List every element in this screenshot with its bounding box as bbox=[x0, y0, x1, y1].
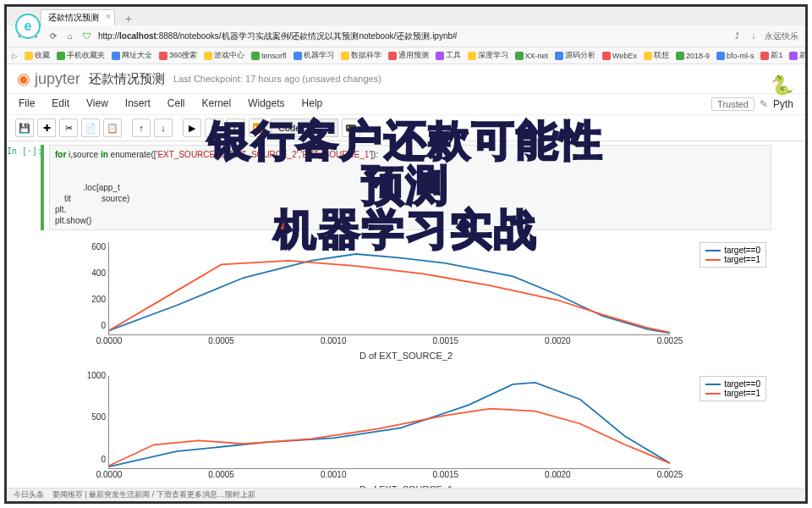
y-tick: 400 bbox=[91, 268, 109, 277]
jupyter-menubar: FileEditViewInsertCellKernelWidgetsHelp … bbox=[7, 94, 805, 115]
bookmark-item[interactable]: 手机收藏夹 bbox=[57, 50, 105, 61]
x-tick: 0.0020 bbox=[545, 334, 571, 345]
notebook-title[interactable]: 还款情况预测 bbox=[89, 71, 165, 87]
chart-legend: target==0target==1 bbox=[700, 242, 766, 268]
move-up-button[interactable]: ↑ bbox=[132, 119, 151, 137]
trusted-badge[interactable]: Trusted bbox=[711, 97, 754, 111]
y-tick: 0 bbox=[101, 455, 109, 464]
move-down-button[interactable]: ↓ bbox=[154, 119, 173, 137]
notebook-area: In [·]: for i,source in enumerate(['EXT_… bbox=[7, 141, 805, 496]
pencil-icon[interactable]: ✎ bbox=[760, 98, 768, 110]
restart-button[interactable]: ↻ bbox=[227, 119, 245, 137]
bookmark-item[interactable]: 机器学习 bbox=[294, 50, 334, 61]
bookmark-item[interactable]: 数据科学 bbox=[341, 50, 381, 61]
menu-file[interactable]: File bbox=[19, 97, 35, 111]
y-tick: 1000 bbox=[87, 370, 109, 379]
add-cell-button[interactable]: ✚ bbox=[37, 119, 56, 137]
bookmark-item[interactable]: bfo-ml-s bbox=[716, 52, 754, 60]
stop-button[interactable]: ■ bbox=[205, 119, 223, 137]
kernel-name[interactable]: Pyth bbox=[773, 98, 793, 110]
menu-help[interactable]: Help bbox=[302, 97, 323, 111]
run-button[interactable]: ▶ bbox=[183, 119, 201, 137]
x-tick: 0.0000 bbox=[96, 334, 123, 345]
new-tab-button[interactable]: + bbox=[120, 12, 137, 25]
x-tick: 0.0015 bbox=[433, 468, 459, 479]
jupyter-header: ◉ jupyter 还款情况预测 Last Checkpoint: 17 hou… bbox=[7, 64, 805, 94]
code-editor[interactable]: for i,source in enumerate(['EXT_SOURCE_3… bbox=[49, 145, 771, 230]
bookmark-item[interactable]: 工具 bbox=[436, 50, 461, 61]
menu-view[interactable]: View bbox=[86, 97, 108, 111]
browser-logo: e bbox=[15, 14, 41, 39]
output-area: 02004006000.00000.00050.00100.00150.0020… bbox=[41, 235, 771, 496]
x-label: D of EXT_SOURCE_2 bbox=[359, 351, 453, 361]
x-tick: 0.0020 bbox=[545, 468, 571, 479]
code-cell[interactable]: In [·]: for i,source in enumerate(['EXT_… bbox=[41, 145, 771, 230]
jupyter-logo: ◉ jupyter bbox=[17, 69, 80, 88]
x-tick: 0.0005 bbox=[208, 468, 234, 479]
cut-button[interactable]: ✂ bbox=[59, 119, 78, 137]
jupyter-toolbar: 💾 ✚ ✂ 📄 📋 ↑ ↓ ▶ ■ ↻ ⏩ Code 📟 bbox=[7, 115, 805, 141]
bookmark-item[interactable]: 新1 bbox=[760, 50, 782, 61]
browser-tab[interactable]: 还款情况预测 × bbox=[41, 9, 115, 25]
restart-run-button[interactable]: ⏩ bbox=[249, 119, 267, 137]
status-bar: 今日头条 要闻推荐 | 最新突发生活新闻 / 下滑查看更多消息…限时上新 bbox=[7, 488, 805, 501]
menu-kernel[interactable]: Kernel bbox=[202, 97, 232, 111]
reload-icon[interactable]: ⟳ bbox=[47, 30, 59, 42]
menu-widgets[interactable]: Widgets bbox=[248, 97, 284, 111]
bookmark-item[interactable]: 新3 bbox=[789, 50, 805, 61]
bookmark-item[interactable]: 收藏 bbox=[25, 50, 50, 61]
bookmark-item[interactable]: 源码分析 bbox=[555, 50, 595, 61]
shield-icon[interactable]: 🛡 bbox=[81, 30, 93, 42]
close-icon[interactable]: × bbox=[106, 12, 111, 21]
tab-strip: 还款情况预测 × + bbox=[7, 7, 805, 25]
x-tick: 0.0025 bbox=[657, 468, 683, 479]
menu-insert[interactable]: Insert bbox=[125, 97, 151, 111]
bookmark-item[interactable]: 2018-9 bbox=[676, 52, 710, 60]
save-button[interactable]: 💾 bbox=[15, 119, 34, 137]
address-bar: ‹ › ⟳ ⌂ 🛡 http://localhost:8888/notebook… bbox=[7, 25, 805, 47]
command-palette-button[interactable]: 📟 bbox=[342, 119, 360, 137]
x-tick: 0.0000 bbox=[96, 468, 123, 479]
y-tick: 0 bbox=[101, 321, 109, 330]
python-icon: 🐍 bbox=[771, 75, 793, 97]
copy-button[interactable]: 📄 bbox=[81, 119, 100, 137]
home-icon[interactable]: ⌂ bbox=[64, 30, 76, 42]
browser-right-text: 永远快乐 bbox=[765, 30, 798, 42]
bookmark-item[interactable]: tensorfl bbox=[251, 52, 287, 60]
bookmarks-bar: ▷收藏手机收藏夹网址大全360搜索游戏中心tensorfl机器学习数据科学通用预… bbox=[7, 47, 805, 64]
chart-legend: target==0target==1 bbox=[700, 376, 766, 401]
cell-prompt: In [·]: bbox=[7, 146, 42, 156]
bookmark-item[interactable]: XX-net bbox=[515, 52, 549, 60]
menu-edit[interactable]: Edit bbox=[52, 97, 69, 111]
chart-0: 02004006000.00000.00050.00100.00150.0020… bbox=[41, 235, 771, 362]
checkpoint-text: Last Checkpoint: 17 hours ago (unsaved c… bbox=[173, 74, 381, 84]
download-icon[interactable]: ↓ bbox=[748, 30, 760, 42]
paste-button[interactable]: 📋 bbox=[103, 119, 122, 137]
x-tick: 0.0025 bbox=[657, 334, 683, 345]
y-tick: 500 bbox=[91, 412, 109, 422]
bookmark-item[interactable]: 联想 bbox=[644, 50, 669, 61]
chart-1: 050010000.00000.00050.00100.00150.00200.… bbox=[41, 369, 771, 496]
url-field[interactable]: http://localhost:8888/notebooks/机器学习实战案例… bbox=[98, 30, 726, 42]
bookmark-item[interactable]: 网址大全 bbox=[112, 50, 152, 61]
menu-cell[interactable]: Cell bbox=[167, 97, 185, 111]
cell-type-select[interactable]: Code bbox=[271, 119, 338, 137]
x-tick: 0.0010 bbox=[321, 468, 347, 479]
status-left: 今日头条 bbox=[14, 489, 44, 500]
y-tick: 600 bbox=[91, 241, 109, 251]
y-tick: 200 bbox=[91, 294, 109, 303]
share-icon[interactable]: ⤴ bbox=[731, 30, 743, 42]
status-mid: 要闻推荐 | 最新突发生活新闻 / 下滑查看更多消息…限时上新 bbox=[52, 489, 255, 500]
x-tick: 0.0010 bbox=[321, 334, 347, 345]
bookmark-item[interactable]: 游戏中心 bbox=[204, 50, 244, 61]
bookmark-item[interactable]: 深度学习 bbox=[468, 50, 508, 61]
x-tick: 0.0015 bbox=[433, 334, 459, 345]
bookmark-item[interactable]: WebEx bbox=[602, 52, 637, 60]
bookmark-item[interactable]: 360搜索 bbox=[159, 50, 197, 61]
bookmark-item[interactable]: 通用预测 bbox=[388, 50, 429, 61]
x-tick: 0.0005 bbox=[208, 334, 234, 345]
